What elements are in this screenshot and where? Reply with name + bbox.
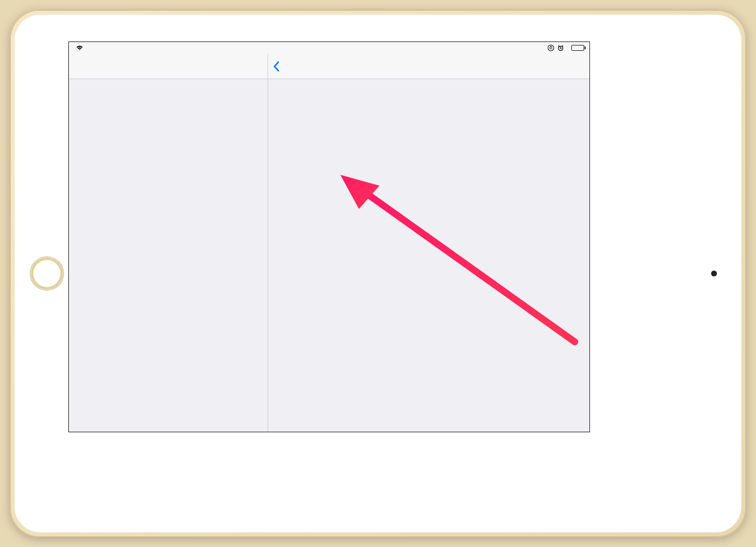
sidebar-scroll[interactable] — [69, 79, 268, 432]
ipad-frame — [10, 10, 746, 537]
wifi-icon — [76, 45, 84, 51]
front-camera — [711, 271, 717, 276]
status-bar — [69, 42, 589, 54]
chevron-left-icon — [273, 61, 280, 72]
detail-scroll[interactable] — [268, 79, 589, 432]
detail-header — [268, 54, 589, 79]
alarm-icon — [557, 44, 564, 51]
back-button[interactable] — [273, 61, 282, 72]
orientation-lock-icon — [547, 44, 554, 51]
home-button[interactable] — [30, 257, 63, 290]
battery-icon — [570, 45, 586, 51]
screen — [68, 42, 590, 432]
settings-sidebar — [69, 54, 268, 432]
sidebar-title — [69, 54, 268, 79]
detail-pane — [268, 54, 589, 432]
ipad-bezel — [15, 15, 741, 532]
